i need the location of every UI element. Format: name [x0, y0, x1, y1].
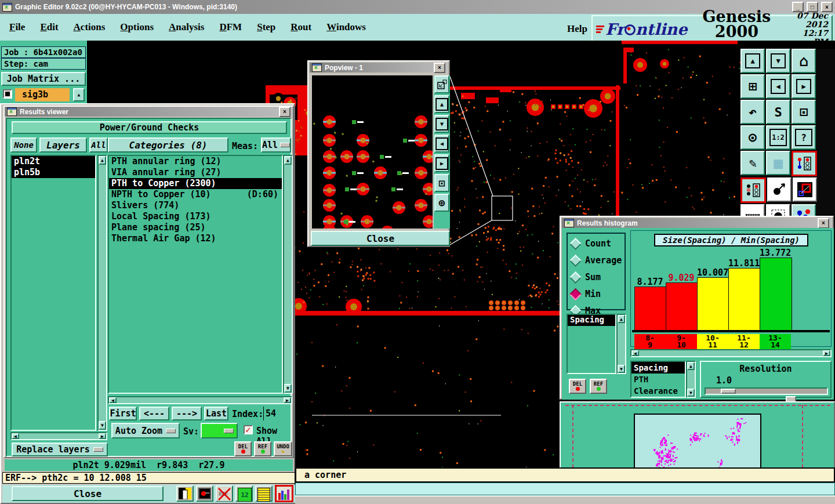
layer-item[interactable]: pln2t: [12, 156, 95, 167]
last-button[interactable]: Last: [204, 407, 228, 420]
attribute-item[interactable]: PTH: [631, 374, 685, 385]
menu-analysis[interactable]: Analysis: [169, 21, 204, 33]
menu-rout[interactable]: Rout: [291, 21, 311, 33]
scroll-up-icon[interactable]: ▲: [99, 156, 106, 165]
radio-average[interactable]: Average: [571, 255, 625, 266]
grid-button[interactable]: ▦: [766, 151, 790, 175]
scroll-up-icon[interactable]: ▲: [687, 362, 695, 370]
spacing-check-button[interactable]: [792, 151, 817, 176]
radio-count[interactable]: Count: [571, 238, 625, 249]
pan-right-button[interactable]: ▶: [792, 74, 816, 99]
resolution-slider[interactable]: [705, 387, 828, 395]
scroll-right-icon[interactable]: ▶: [284, 397, 291, 403]
attribute-item-selected[interactable]: Spacing: [631, 362, 685, 374]
measure-scrollbar[interactable]: ▲ ▼: [616, 314, 626, 374]
histogram-ref-button[interactable]: REF: [590, 379, 607, 394]
layers-button[interactable]: Layers: [39, 137, 87, 153]
zoom-center-button[interactable]: ⊙: [740, 125, 765, 150]
undo-button[interactable]: UNDO↷: [274, 441, 292, 456]
scale-1-2-button[interactable]: 1:2: [766, 125, 790, 150]
results-viewer-close-button[interactable]: ×: [279, 107, 291, 117]
meas-dropdown[interactable]: All: [261, 137, 291, 153]
popview-zoom-out-button[interactable]: ⊕: [434, 194, 449, 212]
bar-11-12[interactable]: [728, 268, 761, 330]
active-layer-label[interactable]: sig3b: [15, 88, 70, 101]
home-view-button[interactable]: ⌂: [792, 49, 816, 73]
category-item[interactable]: Local Spacing (173): [109, 211, 282, 222]
scroll-left-icon[interactable]: ◀: [631, 350, 639, 356]
scroll-down-icon[interactable]: ▼: [99, 421, 106, 430]
checks-header[interactable]: Power/Ground Checks: [12, 121, 287, 134]
layers-hscrollbar[interactable]: ◀ ▶: [10, 432, 107, 440]
measure-item-selected[interactable]: Spacing: [568, 315, 615, 326]
menu-edit[interactable]: Edit: [40, 21, 58, 33]
category-item[interactable]: Thermal Air Gap (12): [109, 233, 282, 244]
menu-options[interactable]: Options: [120, 21, 154, 33]
category-item[interactable]: VIA annular ring (27): [109, 167, 282, 178]
copy-overlay-button[interactable]: [793, 177, 817, 202]
menu-help[interactable]: Help: [567, 23, 587, 35]
page-12-button[interactable]: 12: [235, 485, 253, 502]
help-tool-button[interactable]: ?: [792, 125, 816, 150]
histogram-button[interactable]: [275, 485, 293, 502]
categories-button[interactable]: Categories (8): [108, 137, 228, 153]
layer-item[interactable]: pln5b: [12, 167, 95, 178]
scroll-right-icon[interactable]: ▶: [99, 433, 106, 439]
del-button[interactable]: DEL: [234, 441, 252, 456]
clearance-check-button[interactable]: [740, 177, 766, 203]
layers-scrollbar[interactable]: ▲ ▼: [97, 155, 107, 431]
scroll-down-icon[interactable]: ▼: [618, 365, 625, 373]
radio-sum[interactable]: Sum: [571, 272, 625, 282]
popview-canvas[interactable]: [312, 75, 433, 229]
category-item[interactable]: Slivers (774): [109, 200, 282, 211]
pan-up-button[interactable]: ▲: [740, 49, 765, 73]
radio-min-selected[interactable]: Min: [571, 289, 625, 299]
ref-off-button[interactable]: REF: [216, 485, 233, 502]
replace-layers-button[interactable]: Replace layers: [12, 443, 108, 456]
bar-10-11[interactable]: [697, 277, 729, 330]
menu-windows[interactable]: Windows: [326, 21, 366, 33]
popview-close-x[interactable]: ×: [434, 63, 445, 73]
menu-dfm[interactable]: DFM: [219, 21, 242, 33]
bar-13-14[interactable]: [760, 258, 792, 330]
menu-actions[interactable]: Actions: [74, 21, 106, 33]
scroll-up-icon[interactable]: ▲: [618, 315, 625, 323]
popview-pan-left-button[interactable]: ◀: [434, 135, 449, 153]
popview-popout-button[interactable]: [434, 75, 449, 93]
all-layers-button[interactable]: All: [89, 137, 108, 153]
pan-left-button[interactable]: ◀: [766, 74, 790, 99]
report-button[interactable]: [255, 485, 273, 502]
window-xy-button[interactable]: ⊞: [740, 74, 765, 99]
categories-hscrollbar[interactable]: ◀ ▶: [108, 396, 292, 404]
chart-hscrollbar[interactable]: ◀ ▶: [630, 349, 832, 357]
scroll-left-icon[interactable]: ◀: [12, 433, 19, 439]
first-button[interactable]: First: [109, 407, 137, 420]
scroll-down-icon[interactable]: ▼: [284, 384, 292, 393]
popview-zoom-in-button[interactable]: ⊡: [434, 174, 449, 192]
category-item[interactable]: Plane spacing (25): [109, 222, 282, 233]
popview-pan-right-button[interactable]: ▶: [434, 154, 449, 172]
popview-pan-up-button[interactable]: ▲: [434, 95, 449, 113]
scroll-left-icon[interactable]: ◀: [109, 397, 117, 403]
category-item[interactable]: PTH annular ring (12): [109, 156, 282, 167]
bar-8-9[interactable]: [634, 287, 667, 330]
s-route-button[interactable]: S: [766, 100, 790, 124]
rotate-view-button[interactable]: ↶: [740, 100, 765, 124]
pan-down-button[interactable]: ▼: [766, 49, 790, 73]
results-close-button[interactable]: Close: [12, 486, 164, 501]
bar-9-10[interactable]: [666, 282, 698, 330]
move-feature-button[interactable]: [767, 177, 792, 202]
index-input[interactable]: 54: [263, 407, 292, 420]
scroll-up-icon[interactable]: ▲: [284, 156, 292, 165]
category-item-selected[interactable]: PTH to Copper (2300): [109, 178, 282, 189]
job-matrix-button[interactable]: Job Matrix ...: [1, 72, 86, 86]
attribute-item[interactable]: Clearance: [631, 385, 685, 397]
attribute-scrollbar[interactable]: ▲ ▼: [686, 361, 696, 398]
next-button[interactable]: --->: [172, 407, 202, 420]
layer-scroll-up[interactable]: ▲: [73, 88, 85, 101]
auto-zoom-dropdown[interactable]: Auto Zoom: [111, 423, 180, 438]
results-viewer-title-bar[interactable]: Results viewer ×: [5, 107, 293, 117]
popview-close-button[interactable]: Close: [311, 231, 450, 246]
popview-pan-down-button[interactable]: ▼: [434, 115, 449, 133]
histogram-close-x[interactable]: ×: [818, 218, 829, 229]
